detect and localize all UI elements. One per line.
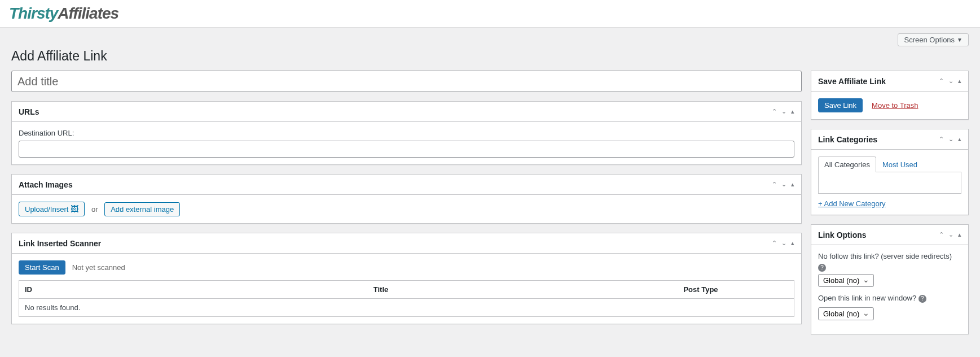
col-title: Title [368,281,678,299]
title-input[interactable] [11,71,802,92]
newwindow-label: Open this link in new window? ? [818,294,961,303]
triangle-up-icon[interactable]: ▴ [958,231,961,238]
triangle-up-icon[interactable]: ▴ [958,77,961,85]
col-post-type: Post Type [678,281,794,299]
scan-status: Not yet scanned [72,263,125,272]
newwindow-select[interactable]: Global (no) [818,307,874,320]
chevron-up-icon[interactable]: ⌃ [772,240,777,247]
attach-images-metabox: Attach Images ⌃ ⌄ ▴ Upload/Insert 🖼 or A… [11,174,802,224]
upload-insert-button[interactable]: Upload/Insert 🖼 [19,202,85,216]
categories-panel [818,172,961,194]
empty-results: No results found. [19,299,794,317]
options-heading: Link Options [818,230,939,240]
table-row: No results found. [19,299,794,317]
chevron-up-icon[interactable]: ⌃ [772,108,777,115]
scanner-metabox: Link Inserted Scanner ⌃ ⌄ ▴ Start Scan N… [11,233,802,324]
destination-url-input[interactable] [19,141,794,158]
or-text: or [91,205,98,214]
categories-heading: Link Categories [818,135,939,144]
triangle-up-icon[interactable]: ▴ [791,240,794,247]
destination-url-label: Destination URL: [19,129,794,137]
caret-down-icon: ▼ [957,37,963,43]
chevron-down-icon[interactable]: ⌄ [948,77,953,85]
urls-heading: URLs [19,107,772,116]
chevron-up-icon[interactable]: ⌃ [939,136,944,143]
triangle-up-icon[interactable]: ▴ [791,181,794,188]
options-metabox: Link Options ⌃ ⌄ ▴ No follow this link? … [811,224,969,334]
add-new-category-link[interactable]: + Add New Category [818,199,886,208]
help-icon[interactable]: ? [818,264,826,272]
attach-images-heading: Attach Images [19,180,772,189]
move-to-trash-link[interactable]: Move to Trash [872,101,918,110]
chevron-up-icon[interactable]: ⌃ [939,231,944,238]
tab-most-used[interactable]: Most Used [876,156,924,172]
media-icon: 🖼 [71,204,78,214]
chevron-down-icon[interactable]: ⌄ [948,231,953,238]
brand-logo: ThirstyAffiliates [9,5,971,23]
triangle-up-icon[interactable]: ▴ [958,136,961,143]
save-heading: Save Affiliate Link [818,77,939,86]
triangle-up-icon[interactable]: ▴ [791,108,794,115]
categories-metabox: Link Categories ⌃ ⌄ ▴ All Categories Mos… [811,129,969,215]
chevron-down-icon[interactable]: ⌄ [781,108,786,115]
save-link-button[interactable]: Save Link [818,98,863,112]
help-icon[interactable]: ? [919,295,926,303]
col-id: ID [19,281,368,299]
page-title: Add Affiliate Link [11,49,969,64]
chevron-down-icon[interactable]: ⌄ [948,136,953,143]
chevron-up-icon[interactable]: ⌃ [772,181,777,188]
chevron-down-icon[interactable]: ⌄ [781,240,786,247]
add-external-image-button[interactable]: Add external image [104,202,180,216]
nofollow-label: No follow this link? (server side redire… [818,252,961,260]
urls-metabox: URLs ⌃ ⌄ ▴ Destination URL: [11,101,802,165]
screen-options-button[interactable]: Screen Options ▼ [898,33,969,46]
scanner-table: ID Title Post Type No results found. [19,280,794,317]
save-metabox: Save Affiliate Link ⌃ ⌄ ▴ Save Link Move… [811,71,969,120]
chevron-up-icon[interactable]: ⌃ [939,77,944,85]
chevron-down-icon[interactable]: ⌄ [781,181,786,188]
scanner-heading: Link Inserted Scanner [19,239,772,248]
tab-all-categories[interactable]: All Categories [818,156,876,172]
nofollow-select[interactable]: Global (no) [818,274,874,287]
start-scan-button[interactable]: Start Scan [19,260,65,275]
